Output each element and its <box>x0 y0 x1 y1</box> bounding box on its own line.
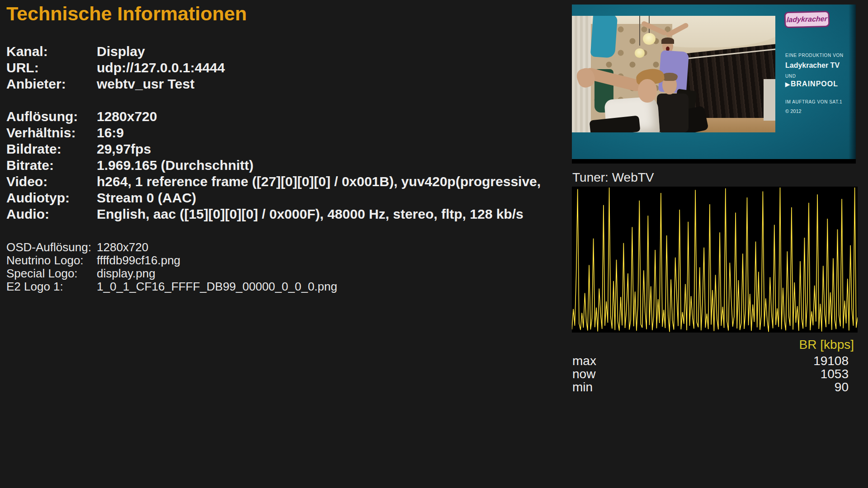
stat-label: max <box>572 354 596 368</box>
scene-mirror <box>764 79 775 121</box>
info-value: udp://127.0.0.1:4444 <box>97 60 225 75</box>
info-value: 1280x720 <box>97 109 157 124</box>
lamp-cord <box>639 16 640 46</box>
pendant-lamp <box>643 33 656 45</box>
info-row-audiotyp: Audiotyp:Stream 0 (AAC) <box>6 190 567 206</box>
info-label: E2 Logo 1: <box>6 280 97 293</box>
info-label: Bildrate: <box>6 141 97 157</box>
bitrate-graph <box>572 187 858 333</box>
brainpool-label: BRAINPOOL <box>791 80 838 88</box>
info-value: Stream 0 (AAC) <box>97 190 196 205</box>
video-scene <box>572 16 775 132</box>
info-label: Anbieter: <box>6 76 97 92</box>
info-row-aufloesung: Auflösung:1280x720 <box>6 109 567 124</box>
person-mid-body <box>657 94 689 132</box>
play-icon: ▶ <box>785 81 790 88</box>
info-label: OSD-Auflösung: <box>6 241 97 254</box>
credit-copyright: © 2012 <box>785 108 802 114</box>
info-row-verhaeltnis: Verhältnis:16:9 <box>6 125 567 141</box>
stat-value: 1053 <box>821 367 849 381</box>
info-value: Display <box>97 44 145 59</box>
ladykracher-logo: ladykracher <box>784 11 830 28</box>
info-label: Audio: <box>6 206 97 222</box>
pendant-lamp <box>635 48 645 58</box>
info-value: ffffdb99cf16.png <box>97 254 180 267</box>
stat-row-now: now 1053 <box>572 367 849 381</box>
person-front-face <box>638 79 657 103</box>
page-title: Technische Informationen <box>6 3 247 25</box>
stat-value: 19108 <box>813 354 849 368</box>
info-value: 16:9 <box>97 125 124 140</box>
info-label: Verhältnis: <box>6 125 97 141</box>
info-label: Audiotyp: <box>6 190 97 206</box>
info-row-anbieter: Anbieter:webtv_usr Test <box>6 76 567 92</box>
credit-line: UND <box>785 74 796 79</box>
info-value: display.png <box>97 267 156 280</box>
info-value: 1.969.165 (Durchschnitt) <box>97 158 254 173</box>
info-row-bildrate: Bildrate:29,97fps <box>6 141 567 157</box>
info-value: English, aac ([15][0][0][0] / 0x000F), 4… <box>97 206 524 221</box>
info-row-osd-aufloesung: OSD-Auflösung:1280x720 <box>6 241 567 254</box>
credit-ladykracher-tv: Ladykracher TV <box>785 61 840 70</box>
video-preview: ladykracher EINE PRODUKTION VON Ladykrac… <box>572 5 856 164</box>
bitrate-unit-label: BR [kbps] <box>572 338 854 352</box>
info-row-e2-logo: E2 Logo 1:1_0_1_CF16_FFFF_DB99_00000_0_0… <box>6 280 567 293</box>
info-value: h264, 1 reference frame ([27][0][0][0] /… <box>97 174 541 189</box>
person-back-hair <box>661 38 674 44</box>
stat-row-min: min 90 <box>572 380 849 394</box>
info-value: webtv_usr Test <box>97 76 194 91</box>
info-label: Auflösung: <box>6 109 97 124</box>
info-row-video: Video:h264, 1 reference frame ([27][0][0… <box>6 174 567 189</box>
thumb-bottom-bar <box>572 159 856 164</box>
stat-value: 90 <box>835 380 849 394</box>
info-value: 1_0_1_CF16_FFFF_DB99_00000_0_0_0.png <box>97 280 337 293</box>
brainpool-logo: ▶BRAINPOOL <box>785 80 838 88</box>
info-row-kanal: Kanal:Display <box>6 44 567 59</box>
stat-row-max: max 19108 <box>572 354 849 368</box>
info-row-special-logo: Special Logo:display.png <box>6 267 567 280</box>
thumb-edge-shade <box>849 5 856 164</box>
info-label: Video: <box>6 174 97 189</box>
info-label: Neutrino Logo: <box>6 254 97 267</box>
info-row-bitrate: Bitrate:1.969.165 (Durchschnitt) <box>6 158 567 173</box>
stat-label: now <box>572 367 595 381</box>
info-row-neutrino-logo: Neutrino Logo:ffffdb99cf16.png <box>6 254 567 267</box>
stat-label: min <box>572 380 593 394</box>
info-label: Bitrate: <box>6 158 97 173</box>
tech-info-screen: Technische Informationen Kanal:Display U… <box>0 0 868 488</box>
scene-hanging-shirt <box>590 16 618 58</box>
info-value: 29,97fps <box>97 141 151 156</box>
credit-line: IM AUFTRAG VON SAT.1 <box>785 99 842 104</box>
info-row-url: URL:udp://127.0.0.1:4444 <box>6 60 567 75</box>
info-label: Kanal: <box>6 44 97 59</box>
credit-line: EINE PRODUKTION VON <box>785 53 844 58</box>
info-row-audio: Audio:English, aac ([15][0][0][0] / 0x00… <box>6 206 567 222</box>
ladykracher-logo-text: ladykracher <box>786 15 827 24</box>
info-value: 1280x720 <box>97 241 148 254</box>
tuner-label: Tuner: WebTV <box>572 170 654 185</box>
info-label: URL: <box>6 60 97 75</box>
credits-panel: ladykracher EINE PRODUKTION VON Ladykrac… <box>775 5 849 159</box>
info-label: Special Logo: <box>6 267 97 280</box>
